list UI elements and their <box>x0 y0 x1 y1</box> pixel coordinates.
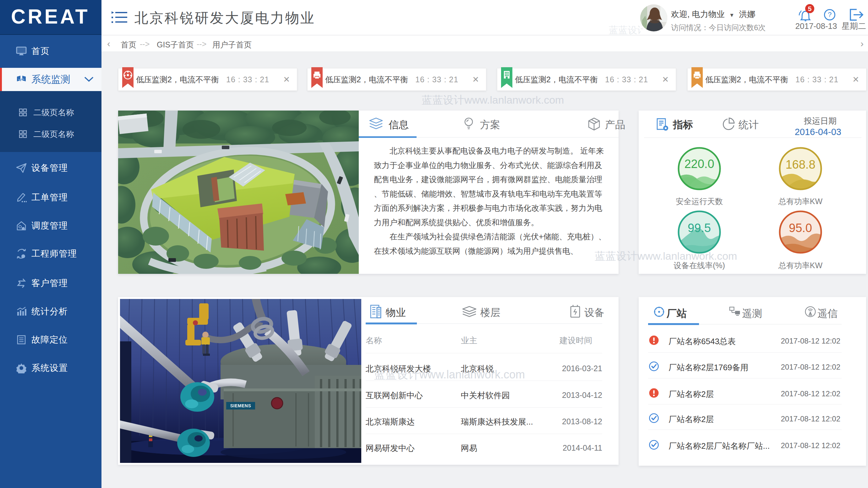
svg-text:?: ? <box>828 11 832 19</box>
svg-text:220.0: 220.0 <box>684 157 714 170</box>
svg-text:168.8: 168.8 <box>785 158 815 171</box>
svg-text:99.5: 99.5 <box>688 221 711 235</box>
svg-text:SIEMENS: SIEMENS <box>230 403 251 408</box>
svg-text:95.0: 95.0 <box>789 221 812 235</box>
